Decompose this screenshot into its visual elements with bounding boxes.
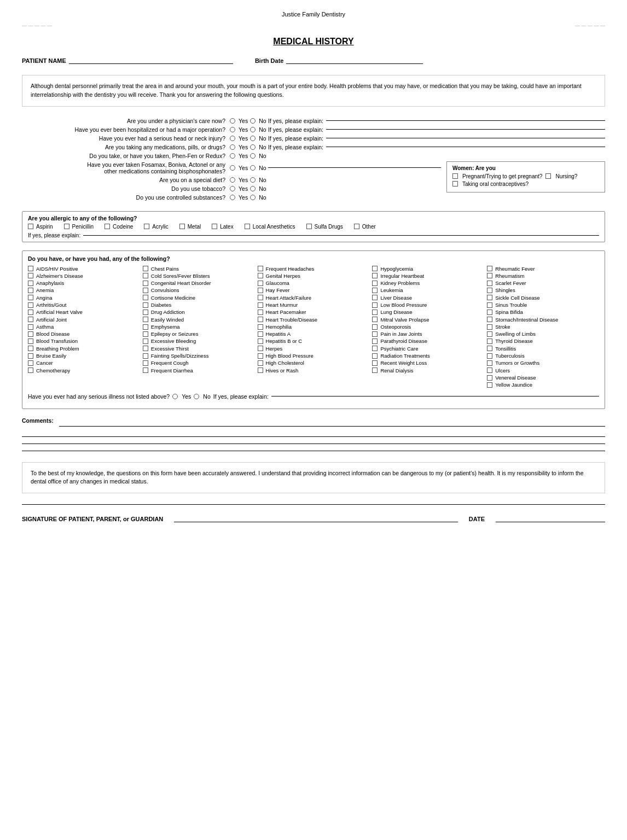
q4-no-radio[interactable] (250, 144, 256, 150)
acrylic-checkbox[interactable] (144, 224, 149, 229)
stroke-checkbox[interactable] (487, 324, 492, 330)
heart-trouble-checkbox[interactable] (258, 317, 263, 322)
tuberculosis-checkbox[interactable] (487, 353, 492, 359)
excessive-thirst-checkbox[interactable] (143, 346, 148, 351)
cancer-checkbox[interactable] (28, 360, 33, 366)
q3-explain-line[interactable] (326, 138, 605, 138)
alzheimers-checkbox[interactable] (28, 273, 33, 278)
q1-yes-radio[interactable] (230, 118, 235, 124)
q9-no-radio[interactable] (250, 195, 256, 200)
hives-checkbox[interactable] (258, 368, 263, 373)
q7-no-radio[interactable] (250, 177, 256, 183)
q2-no-radio[interactable] (250, 127, 256, 132)
liver-disease-checkbox[interactable] (372, 295, 378, 300)
high-bp-checkbox[interactable] (258, 353, 263, 359)
freq-headaches-checkbox[interactable] (258, 266, 263, 271)
q3-yes-radio[interactable] (230, 136, 235, 141)
hemophilia-checkbox[interactable] (258, 324, 263, 330)
blood-transfusion-checkbox[interactable] (28, 339, 33, 344)
q8-yes-radio[interactable] (230, 186, 235, 191)
sinus-trouble-checkbox[interactable] (487, 302, 492, 308)
heart-attack-checkbox[interactable] (258, 295, 263, 300)
arthritis-checkbox[interactable] (28, 302, 33, 308)
q1-no-radio[interactable] (250, 118, 256, 124)
cortisone-checkbox[interactable] (143, 295, 148, 300)
hypoglycemia-checkbox[interactable] (372, 266, 378, 271)
breathing-checkbox[interactable] (28, 346, 33, 351)
weight-loss-checkbox[interactable] (372, 360, 378, 366)
q9-yes-radio[interactable] (230, 195, 235, 200)
aids-checkbox[interactable] (28, 266, 33, 271)
asthma-checkbox[interactable] (28, 324, 33, 330)
lung-disease-checkbox[interactable] (372, 310, 378, 315)
q6-line[interactable] (268, 167, 441, 168)
thyroid-checkbox[interactable] (487, 339, 492, 344)
angina-checkbox[interactable] (28, 295, 33, 300)
birthdate-line[interactable] (286, 63, 423, 64)
serious-explain-line[interactable] (271, 396, 599, 396)
aspirin-checkbox[interactable] (28, 224, 33, 229)
genital-herpes-checkbox[interactable] (258, 273, 263, 278)
metal-checkbox[interactable] (179, 224, 185, 229)
venereal-checkbox[interactable] (487, 375, 492, 381)
chest-pains-checkbox[interactable] (143, 266, 148, 271)
other-allergy-checkbox[interactable] (354, 224, 359, 229)
yellow-jaundice-checkbox[interactable] (487, 382, 492, 388)
convulsions-checkbox[interactable] (143, 288, 148, 293)
q5-yes-radio[interactable] (230, 153, 235, 159)
cold-sores-checkbox[interactable] (143, 273, 148, 278)
q5-no-radio[interactable] (250, 153, 256, 159)
renal-dialysis-checkbox[interactable] (372, 368, 378, 373)
bruise-checkbox[interactable] (28, 353, 33, 359)
ulcers-checkbox[interactable] (487, 368, 492, 373)
artificial-joint-checkbox[interactable] (28, 317, 33, 322)
diabetes-checkbox[interactable] (143, 302, 148, 308)
artificial-heart-checkbox[interactable] (28, 310, 33, 315)
q3-no-radio[interactable] (250, 136, 256, 141)
serious-no-radio[interactable] (194, 394, 199, 399)
high-chol-checkbox[interactable] (258, 360, 263, 366)
herpes-checkbox[interactable] (258, 346, 263, 351)
tumors-checkbox[interactable] (487, 360, 492, 366)
q6-no-radio[interactable] (250, 165, 256, 171)
q4-yes-radio[interactable] (230, 144, 235, 150)
hepatitis-bc-checkbox[interactable] (258, 339, 263, 344)
emphysema-checkbox[interactable] (143, 324, 148, 330)
q8-no-radio[interactable] (250, 186, 256, 191)
local-anesthetics-checkbox[interactable] (245, 224, 250, 229)
glaucoma-checkbox[interactable] (258, 281, 263, 286)
spina-bifida-checkbox[interactable] (487, 310, 492, 315)
heart-pacemaker-checkbox[interactable] (258, 310, 263, 315)
tonsillitis-checkbox[interactable] (487, 346, 492, 351)
leukemia-checkbox[interactable] (372, 288, 378, 293)
frequent-diarrhea-checkbox[interactable] (143, 368, 148, 373)
scarlet-fever-checkbox[interactable] (487, 281, 492, 286)
drug-addiction-checkbox[interactable] (143, 310, 148, 315)
q1-explain-line[interactable] (326, 120, 605, 121)
anemia-checkbox[interactable] (28, 288, 33, 293)
q6-yes-radio[interactable] (230, 165, 235, 171)
swelling-checkbox[interactable] (487, 331, 492, 337)
epilepsy-checkbox[interactable] (143, 331, 148, 337)
comments-line-1[interactable] (59, 426, 605, 427)
kidney-checkbox[interactable] (372, 281, 378, 286)
comments-line-2[interactable] (22, 436, 605, 437)
rheumatic-fever-checkbox[interactable] (487, 266, 492, 271)
penicillin-checkbox[interactable] (64, 224, 69, 229)
stomach-intestinal-checkbox[interactable] (487, 317, 492, 322)
sickle-cell-checkbox[interactable] (487, 295, 492, 300)
excessive-bleeding-checkbox[interactable] (143, 339, 148, 344)
q7-yes-radio[interactable] (230, 177, 235, 183)
radiation-checkbox[interactable] (372, 353, 378, 359)
anaphylaxis-checkbox[interactable] (28, 281, 33, 286)
date-line[interactable] (496, 522, 605, 522)
easily-winded-checkbox[interactable] (143, 317, 148, 322)
pregnant-checkbox[interactable] (452, 173, 458, 179)
latex-checkbox[interactable] (212, 224, 217, 229)
heart-murmur-checkbox[interactable] (258, 302, 263, 308)
blood-disease-checkbox[interactable] (28, 331, 33, 337)
codeine-checkbox[interactable] (104, 224, 110, 229)
frequent-cough-checkbox[interactable] (143, 360, 148, 366)
nursing-checkbox[interactable] (545, 173, 551, 179)
q2-yes-radio[interactable] (230, 127, 235, 132)
